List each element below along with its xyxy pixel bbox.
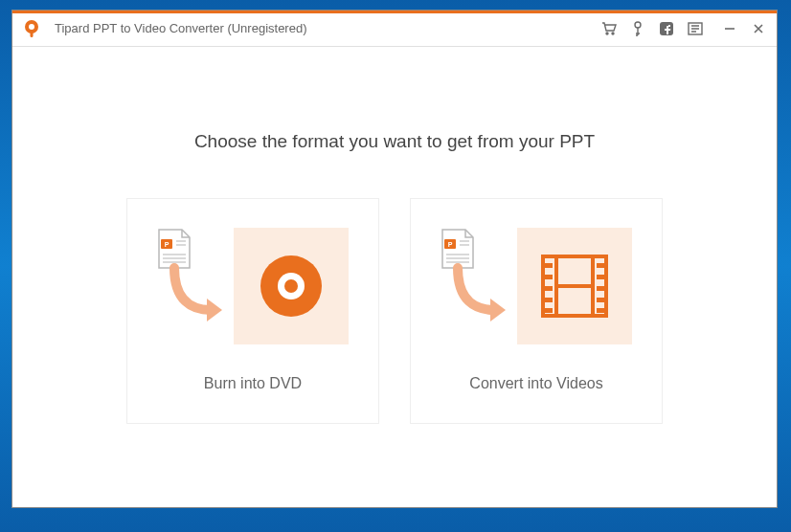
app-window: Tipard PPT to Video Converter (Unregiste… [11,10,778,508]
key-icon[interactable] [629,20,646,37]
minimize-button[interactable] [721,20,738,37]
video-target [517,228,632,344]
svg-rect-35 [597,286,604,291]
svg-rect-29 [545,275,553,279]
svg-rect-26 [554,256,558,316]
option-dvd-graphic: P [157,228,349,344]
app-logo-icon [20,17,43,40]
svg-rect-38 [558,284,591,288]
svg-rect-32 [545,308,553,313]
svg-rect-31 [545,298,553,302]
arrow-icon [446,262,511,327]
svg-rect-30 [545,286,553,291]
svg-point-5 [635,22,641,28]
option-dvd-label: Burn into DVD [204,375,302,392]
svg-rect-28 [545,263,553,268]
option-convert-video[interactable]: P [410,198,663,424]
facebook-icon[interactable] [658,20,675,37]
option-video-label: Convert into Videos [469,375,602,392]
svg-rect-36 [597,298,604,302]
app-title: Tipard PPT to Video Converter (Unregiste… [55,21,600,35]
menu-icon[interactable] [687,20,704,37]
svg-rect-33 [597,263,604,268]
svg-rect-2 [31,32,34,37]
svg-text:P: P [165,241,170,248]
svg-point-4 [612,33,614,34]
disc-icon [258,253,325,320]
svg-point-17 [284,279,298,293]
titlebar-controls [600,20,767,37]
page-heading: Choose the format you want to get from y… [194,131,595,152]
options-row: P [126,198,663,424]
cart-icon[interactable] [600,20,618,37]
svg-point-3 [606,33,608,34]
top-accent-bar [12,11,777,13]
svg-rect-27 [591,256,595,316]
svg-rect-34 [597,275,604,279]
dvd-target [234,228,349,344]
close-button[interactable] [750,20,767,37]
film-icon [541,255,608,318]
svg-rect-37 [597,308,604,313]
main-content: Choose the format you want to get from y… [12,47,777,507]
svg-point-1 [29,24,34,30]
arrow-icon [163,262,228,327]
svg-text:P: P [448,241,453,248]
option-video-graphic: P [441,228,632,344]
option-burn-dvd[interactable]: P [126,198,379,424]
titlebar: Tipard PPT to Video Converter (Unregiste… [12,11,777,47]
